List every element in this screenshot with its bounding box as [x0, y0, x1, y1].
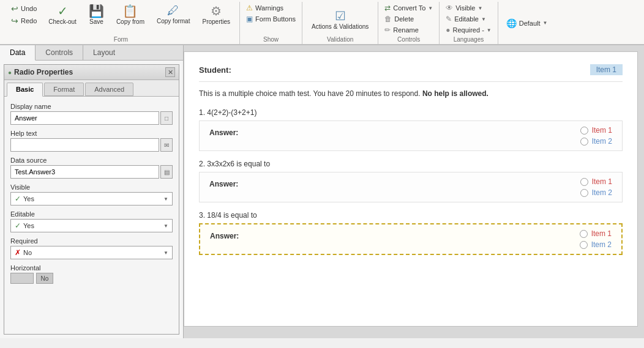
rename-label: Rename [393, 26, 419, 34]
visible-select-value: Yes [23, 195, 163, 202]
visible-toolbar-icon: 👁 [446, 4, 453, 12]
content-area: Student: Item 1 This is a multiple choic… [184, 45, 644, 338]
visible-field-label: Visible [10, 183, 173, 191]
radio-option-3-2[interactable]: Item 2 [580, 240, 612, 249]
dialog-titlebar: ● Radio Properties ✕ [4, 65, 179, 80]
copy-from-button[interactable]: 📋 Copy from [111, 2, 150, 27]
form-container: Student: Item 1 This is a multiple choic… [184, 51, 638, 327]
radio-circle-3-2 [580, 241, 588, 249]
default-arrow: ▼ [543, 20, 548, 26]
display-name-action-icon[interactable]: □ [160, 111, 173, 125]
answer-label-1: Answer: [209, 126, 252, 137]
dialog-tab-advanced[interactable]: Advanced [85, 83, 133, 96]
editable-select[interactable]: ✓ Yes ▼ [10, 219, 173, 232]
form-description: This is a multiple choice math test. You… [199, 88, 623, 100]
default-button[interactable]: 🌐 Default ▼ [502, 17, 552, 30]
form-buttons-button[interactable]: ▣ Form Buttons [244, 14, 298, 24]
required-field-label: Required [10, 237, 173, 245]
visible-toolbar-label: Visible [455, 4, 475, 12]
item-label-3-1: Item 1 [591, 229, 612, 238]
properties-button[interactable]: ⚙ Properties [197, 2, 236, 27]
radio-option-2-1[interactable]: Item 1 [580, 177, 612, 186]
radio-option-1-1[interactable]: Item 1 [580, 126, 612, 135]
required-select[interactable]: ✗ No ▼ [10, 246, 173, 259]
save-button[interactable]: 💾 Save [83, 2, 110, 27]
toolbar-form-group: ↩ Undo ↪ Redo ✓ Check-out 💾 Save [2, 2, 240, 44]
data-source-action-icon[interactable]: ▤ [160, 165, 173, 179]
show-group-label: Show [244, 36, 298, 44]
delete-icon: 🗑 [384, 15, 392, 23]
editable-check-icon: ✓ [15, 221, 21, 230]
convert-to-button[interactable]: ⇄ Convert To ▼ [382, 3, 435, 13]
checkout-button[interactable]: ✓ Check-out [43, 2, 82, 27]
item-label-2-1: Item 1 [592, 177, 612, 186]
data-source-input[interactable] [10, 165, 159, 179]
radio-circle-1-1 [580, 127, 588, 135]
required-arrow: ▼ [487, 28, 492, 33]
required-select-value: No [23, 249, 163, 256]
undo-button[interactable]: ↩ Undo [9, 3, 39, 14]
warnings-label: Warnings [255, 4, 283, 12]
copy-format-button[interactable]: 🖊 Copy format [151, 2, 195, 26]
visible-toolbar-button[interactable]: 👁 Visible ▼ [443, 3, 494, 13]
dialog-tab-format[interactable]: Format [44, 83, 84, 96]
dialog-title-icon: ● [8, 69, 12, 76]
tab-data[interactable]: Data [0, 45, 36, 61]
horizontal-toggle-off[interactable] [10, 273, 34, 284]
convert-to-label: Convert To [393, 4, 425, 12]
radio-option-3-1[interactable]: Item 1 [580, 229, 612, 238]
actions-icon: ☑ [335, 9, 346, 23]
question-2-text: 2. 3x3x2x6 is equal to [199, 160, 623, 168]
help-text-input[interactable] [10, 138, 159, 152]
form-buttons-label: Form Buttons [255, 15, 296, 23]
answer-area-1: Answer: Item 1 Item 2 [199, 120, 623, 151]
toolbar-controls-group: ⇄ Convert To ▼ 🗑 Delete ✏ Rename Control… [378, 2, 440, 44]
left-panel: Data Controls Layout ● Radio Properties … [0, 45, 184, 338]
item-badge: Item 1 [590, 64, 623, 75]
required-toolbar-label: Required - [452, 26, 484, 34]
display-name-input[interactable] [10, 111, 159, 125]
question-block-3: 3. 18/4 is equal to Answer: Item 1 Item … [199, 211, 623, 255]
radio-circle-1-2 [580, 138, 588, 146]
tab-controls[interactable]: Controls [36, 45, 83, 60]
undo-label: Undo [21, 5, 37, 12]
help-text-action-icon[interactable]: ✉ [160, 138, 173, 152]
display-name-field-group: Display name □ [10, 103, 173, 125]
redo-button[interactable]: ↪ Redo [9, 15, 39, 26]
question-block-1: 1. 4(2+2)-(3+2+1) Answer: Item 1 Item 2 [199, 108, 623, 151]
radio-circle-3-1 [580, 230, 588, 238]
properties-icon: ⚙ [211, 4, 222, 18]
properties-label: Properties [202, 18, 230, 25]
redo-label: Redo [21, 17, 37, 24]
horizontal-field-group: Horizontal No [10, 264, 173, 284]
student-row: Student: Item 1 [199, 64, 623, 82]
save-icon: 💾 [89, 4, 104, 18]
editable-toolbar-icon: ✎ [446, 15, 452, 23]
dialog-tabs: Basic Format Advanced [4, 80, 179, 97]
actions-button[interactable]: ☑ Actions & Validations [306, 7, 374, 32]
item-label-3-2: Item 2 [591, 240, 612, 249]
delete-button[interactable]: 🗑 Delete [382, 14, 435, 24]
visible-field-group: Visible ✓ Yes ▼ [10, 183, 173, 205]
radio-option-1-2[interactable]: Item 2 [580, 137, 612, 146]
undo-icon: ↩ [11, 4, 18, 13]
required-toolbar-button[interactable]: ● Required - ▼ [443, 25, 494, 35]
answer-label-2: Answer: [209, 177, 252, 188]
required-field-group: Required ✗ No ▼ [10, 237, 173, 259]
warnings-button[interactable]: ⚠ Warnings [244, 3, 298, 13]
radio-option-2-2[interactable]: Item 2 [580, 188, 612, 197]
panel-tabs: Data Controls Layout [0, 45, 183, 61]
rename-button[interactable]: ✏ Rename [382, 25, 435, 35]
editable-field-label: Editable [10, 210, 173, 218]
redo-icon: ↪ [11, 16, 18, 26]
warnings-icon: ⚠ [246, 4, 253, 12]
dialog-close-button[interactable]: ✕ [165, 67, 175, 77]
editable-toolbar-button[interactable]: ✎ Editable ▼ [443, 14, 494, 24]
tab-layout[interactable]: Layout [83, 45, 125, 60]
checkout-icon: ✓ [58, 4, 68, 18]
editable-toolbar-label: Editable [454, 15, 479, 23]
dialog-tab-basic[interactable]: Basic [7, 83, 43, 97]
horizontal-toggle-no[interactable]: No [36, 273, 53, 284]
visible-select[interactable]: ✓ Yes ▼ [10, 192, 173, 205]
editable-field-group: Editable ✓ Yes ▼ [10, 210, 173, 232]
